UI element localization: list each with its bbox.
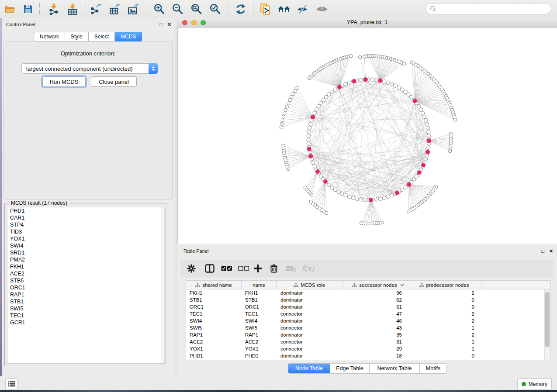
table-cell: PHD1 xyxy=(242,353,277,358)
tab-network-table[interactable]: Network Table xyxy=(370,364,420,373)
mcds-result-item[interactable]: CAR1 xyxy=(7,214,165,221)
table-cell: YOX1 xyxy=(242,346,277,351)
table-cell: STB1 xyxy=(186,297,242,303)
hide-selected-icon[interactable] xyxy=(296,3,309,15)
mcds-result-item[interactable]: TID3 xyxy=(7,228,165,235)
import-network-icon[interactable] xyxy=(47,3,60,15)
zoom-fit-icon[interactable] xyxy=(190,3,203,15)
mcds-result-item[interactable]: STP4 xyxy=(7,221,165,228)
save-session-icon[interactable] xyxy=(21,3,35,15)
column-header-name[interactable]: name xyxy=(242,281,277,289)
tab-select[interactable]: Select xyxy=(89,32,115,41)
zoom-in-icon[interactable] xyxy=(153,3,166,15)
float-panel-icon[interactable]: □ xyxy=(158,22,164,28)
mcds-result-item[interactable]: YOX1 xyxy=(7,235,165,242)
first-neighbors-icon[interactable] xyxy=(277,3,291,15)
table-scrollbar-thumb[interactable] xyxy=(545,292,550,347)
table-cell: SWI4 xyxy=(186,318,242,323)
mcds-result-list[interactable]: PHD1CAR1STP4TID3YOX1SWI4SRD1PMA2FKH1ACE2… xyxy=(7,207,166,364)
run-mcds-button[interactable]: Run MCDS xyxy=(42,76,86,87)
table-cell: connector xyxy=(277,346,343,351)
export-table-icon[interactable] xyxy=(108,3,121,15)
table-row[interactable]: ORC1ORC1dominator610 xyxy=(186,303,550,310)
add-column-icon[interactable] xyxy=(253,263,262,274)
table-row[interactable]: YOX1YOX1connector291 xyxy=(186,345,550,352)
result-scrollbar[interactable] xyxy=(161,207,165,363)
mcds-result-item[interactable]: ACE2 xyxy=(7,270,165,277)
table-row[interactable]: RAP1RAP1dominator352 xyxy=(186,331,550,338)
table-row[interactable]: ACE2ACE2connector311 xyxy=(186,338,550,345)
table-cell: RAP1 xyxy=(186,332,242,337)
mcds-result-item[interactable]: FKH1 xyxy=(7,263,165,270)
mcds-result-item[interactable]: TEC1 xyxy=(7,312,165,319)
task-history-button[interactable] xyxy=(5,378,18,389)
zoom-out-icon[interactable] xyxy=(171,3,184,15)
delete-column-icon[interactable] xyxy=(270,263,278,274)
control-panel-tabs: Network Style Select MCDS xyxy=(34,32,142,41)
table-cell: ACE2 xyxy=(242,339,277,344)
table-panel-title: Table Panel xyxy=(183,248,209,254)
table-row[interactable]: SWI4SWI4dominator462 xyxy=(186,317,550,324)
import-table-icon[interactable] xyxy=(66,3,79,15)
float-table-panel-icon[interactable]: □ xyxy=(540,248,546,254)
dominator-node xyxy=(369,198,373,202)
zoom-selected-icon[interactable] xyxy=(209,3,222,15)
mcds-result-item[interactable]: ORC1 xyxy=(7,284,165,291)
table-cell: 61 xyxy=(343,304,407,309)
tab-style[interactable]: Style xyxy=(65,32,89,41)
table-row[interactable]: TEC1TEC1connector472 xyxy=(186,310,550,317)
table-cell: 1 xyxy=(407,346,481,351)
mcds-result-item[interactable]: STB5 xyxy=(7,277,165,284)
mcds-result-item[interactable]: RAP1 xyxy=(7,291,165,298)
table-row[interactable]: STB1STB1dominator620 xyxy=(186,296,550,303)
column-header-successor-nodes[interactable]: successor nodes xyxy=(343,281,407,289)
show-all-icon[interactable] xyxy=(315,3,329,15)
table-cell: 47 xyxy=(343,311,407,316)
network-titlebar[interactable]: YPA_prune.txt_1 xyxy=(177,18,557,28)
mcds-result-item[interactable]: SWI4 xyxy=(7,242,165,249)
table-row[interactable]: SWI5SWI5connector431 xyxy=(186,324,550,331)
select-stepper-icon xyxy=(149,63,158,74)
duplicate-network-icon[interactable] xyxy=(259,3,272,15)
mcds-result-item[interactable]: PHD1 xyxy=(7,207,165,214)
column-header-shared-name[interactable]: shared name xyxy=(186,281,242,289)
tab-mcds[interactable]: MCDS xyxy=(115,32,142,41)
table-row[interactable]: FKH1FKH1dominator962 xyxy=(186,289,550,296)
mcds-result-item[interactable]: GCR1 xyxy=(7,319,165,326)
table-cell: SWI5 xyxy=(242,325,277,330)
memory-button[interactable]: Memory xyxy=(517,378,552,389)
criterion-select[interactable]: largest connected component (undirected) xyxy=(21,63,158,74)
network-canvas[interactable] xyxy=(177,28,557,244)
search-field[interactable] xyxy=(426,3,551,14)
refresh-icon[interactable] xyxy=(234,3,247,15)
tab-edge-table[interactable]: Edge Table xyxy=(330,364,370,373)
table-cell: dominator xyxy=(277,353,343,358)
export-image-icon[interactable] xyxy=(127,3,140,15)
mcds-tab-content: Optimization criterion: largest connecte… xyxy=(3,41,173,200)
mcds-result-item[interactable]: STB1 xyxy=(7,298,165,305)
desktop-wallpaper-bottom xyxy=(0,390,557,392)
table-scrollbar[interactable] xyxy=(544,289,550,360)
close-panel-icon[interactable]: ✕ xyxy=(166,22,172,28)
mcds-result-item[interactable]: PMA2 xyxy=(7,256,165,263)
search-input[interactable] xyxy=(438,5,551,12)
open-file-icon[interactable] xyxy=(3,3,16,15)
select-all-checked-icon[interactable] xyxy=(221,263,232,274)
column-header-predecessor-nodes[interactable]: predecessor nodes xyxy=(407,281,481,289)
tab-motifs[interactable]: Motifs xyxy=(420,364,446,373)
mcds-result-item[interactable]: SRD1 xyxy=(7,249,165,256)
table-tabs: Node Table Edge Table Network Table Moti… xyxy=(288,363,447,374)
close-table-panel-icon[interactable]: ✕ xyxy=(548,248,554,254)
show-column-icon[interactable] xyxy=(205,263,214,274)
export-network-icon[interactable] xyxy=(90,3,103,15)
close-panel-button[interactable]: Close panel xyxy=(91,76,137,87)
column-header-mcds-role[interactable]: MCDS role xyxy=(277,281,343,289)
settings-gear-icon[interactable] xyxy=(187,263,196,274)
mcds-result-item[interactable]: SWI5 xyxy=(7,305,165,312)
table-row[interactable]: PHD1PHD1dominator180 xyxy=(186,352,550,359)
deselect-all-icon[interactable] xyxy=(238,263,249,274)
tab-node-table[interactable]: Node Table xyxy=(288,364,330,373)
criterion-value: largest connected component (undirected) xyxy=(26,65,133,72)
tab-network[interactable]: Network xyxy=(34,32,65,41)
table-cell: 2 xyxy=(407,290,481,296)
